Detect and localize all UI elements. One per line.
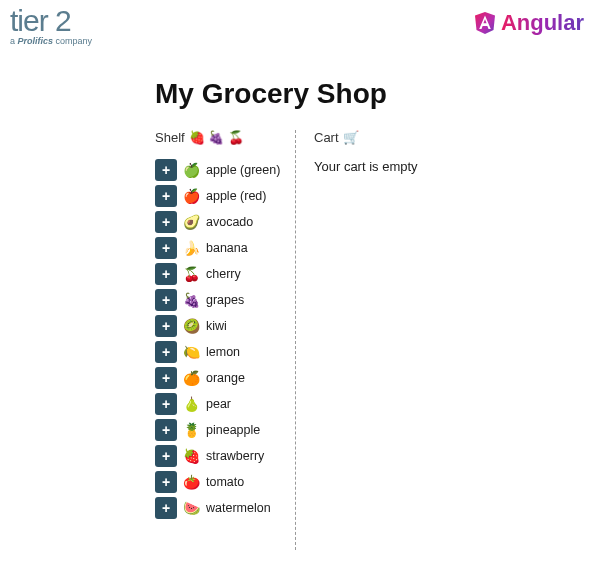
shelf-item: +🍅tomato <box>155 471 285 493</box>
shelf-item: +🍊orange <box>155 367 285 389</box>
shelf-item: +🍇grapes <box>155 289 285 311</box>
shelf-item: +🍋lemon <box>155 341 285 363</box>
item-emoji-icon: 🍌 <box>183 240 200 256</box>
add-to-cart-button[interactable]: + <box>155 263 177 285</box>
shelf-label: Shelf 🍓 🍇 🍒 <box>155 130 285 145</box>
item-name-label: apple (green) <box>206 163 280 177</box>
shelf-item: +🥑avocado <box>155 211 285 233</box>
tier2-sub-suffix: company <box>53 36 92 46</box>
item-emoji-icon: 🍒 <box>183 266 200 282</box>
item-emoji-icon: 🍏 <box>183 162 200 178</box>
add-to-cart-button[interactable]: + <box>155 419 177 441</box>
shelf-column: Shelf 🍓 🍇 🍒 +🍏apple (green)+🍎apple (red)… <box>155 130 295 550</box>
item-name-label: orange <box>206 371 245 385</box>
item-emoji-icon: 🍍 <box>183 422 200 438</box>
shelf-item: +🥝kiwi <box>155 315 285 337</box>
add-to-cart-button[interactable]: + <box>155 367 177 389</box>
tier2-logo: tier 2 a Prolifics company <box>10 6 92 46</box>
shelf-item: +🍉watermelon <box>155 497 285 519</box>
tier2-sub-prefix: a <box>10 36 18 46</box>
item-name-label: kiwi <box>206 319 227 333</box>
item-emoji-icon: 🍇 <box>183 292 200 308</box>
item-emoji-icon: 🍋 <box>183 344 200 360</box>
item-name-label: banana <box>206 241 248 255</box>
cart-label-text: Cart <box>314 130 339 145</box>
item-name-label: apple (red) <box>206 189 266 203</box>
item-emoji-icon: 🥑 <box>183 214 200 230</box>
cart-column: Cart 🛒 Your cart is empty <box>295 130 418 550</box>
item-emoji-icon: 🍎 <box>183 188 200 204</box>
item-name-label: strawberry <box>206 449 264 463</box>
item-name-label: grapes <box>206 293 244 307</box>
add-to-cart-button[interactable]: + <box>155 289 177 311</box>
add-to-cart-button[interactable]: + <box>155 471 177 493</box>
content: Shelf 🍓 🍇 🍒 +🍏apple (green)+🍎apple (red)… <box>155 130 602 550</box>
shelf-label-text: Shelf <box>155 130 185 145</box>
item-name-label: cherry <box>206 267 241 281</box>
item-name-label: lemon <box>206 345 240 359</box>
add-to-cart-button[interactable]: + <box>155 393 177 415</box>
shelf-item: +🍎apple (red) <box>155 185 285 207</box>
item-emoji-icon: 🍊 <box>183 370 200 386</box>
add-to-cart-button[interactable]: + <box>155 211 177 233</box>
header: tier 2 a Prolifics company Angular <box>0 0 602 46</box>
shelf-item: +🍏apple (green) <box>155 159 285 181</box>
add-to-cart-button[interactable]: + <box>155 185 177 207</box>
tier2-logo-sub: a Prolifics company <box>10 36 92 46</box>
add-to-cart-button[interactable]: + <box>155 159 177 181</box>
angular-label: Angular <box>501 10 584 36</box>
cart-icon: 🛒 <box>343 130 359 145</box>
item-emoji-icon: 🥝 <box>183 318 200 334</box>
tier2-sub-brand: Prolifics <box>18 36 54 46</box>
item-name-label: pear <box>206 397 231 411</box>
add-to-cart-button[interactable]: + <box>155 497 177 519</box>
add-to-cart-button[interactable]: + <box>155 341 177 363</box>
item-name-label: watermelon <box>206 501 271 515</box>
item-name-label: pineapple <box>206 423 260 437</box>
shelf-item: +🍓strawberry <box>155 445 285 467</box>
item-name-label: tomato <box>206 475 244 489</box>
item-name-label: avocado <box>206 215 253 229</box>
add-to-cart-button[interactable]: + <box>155 445 177 467</box>
angular-shield-icon <box>473 11 497 35</box>
item-emoji-icon: 🍐 <box>183 396 200 412</box>
cart-label: Cart 🛒 <box>314 130 418 145</box>
shelf-list: +🍏apple (green)+🍎apple (red)+🥑avocado+🍌b… <box>155 159 285 519</box>
cart-empty-message: Your cart is empty <box>314 159 418 174</box>
add-to-cart-button[interactable]: + <box>155 237 177 259</box>
page-title: My Grocery Shop <box>155 78 602 110</box>
shelf-item: +🍒cherry <box>155 263 285 285</box>
shelf-label-emojis: 🍓 🍇 🍒 <box>189 130 244 145</box>
shelf-item: +🍐pear <box>155 393 285 415</box>
item-emoji-icon: 🍉 <box>183 500 200 516</box>
shelf-item: +🍍pineapple <box>155 419 285 441</box>
tier2-logo-main: tier 2 <box>10 6 71 36</box>
angular-logo: Angular <box>473 10 584 36</box>
item-emoji-icon: 🍅 <box>183 474 200 490</box>
add-to-cart-button[interactable]: + <box>155 315 177 337</box>
shelf-item: +🍌banana <box>155 237 285 259</box>
item-emoji-icon: 🍓 <box>183 448 200 464</box>
